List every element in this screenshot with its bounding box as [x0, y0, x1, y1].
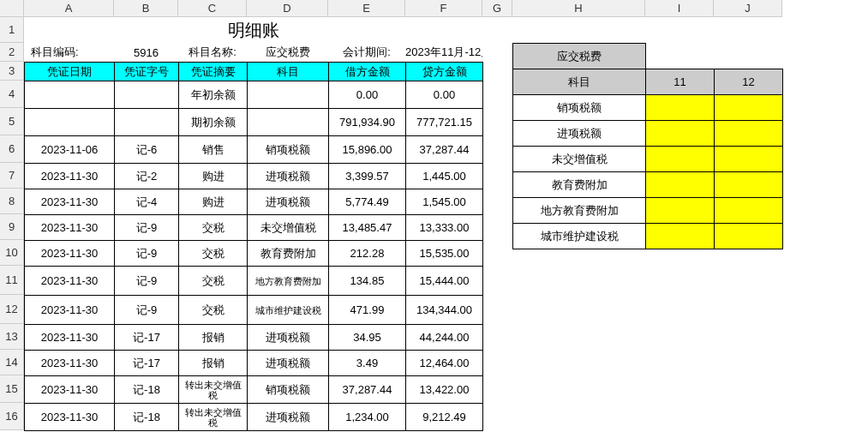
summary-subject-cell[interactable]: 销项税额	[513, 95, 646, 121]
cell-credit[interactable]: 15,444.00	[406, 267, 483, 296]
summary-subject-cell[interactable]: 地方教育费附加	[513, 198, 646, 224]
cell-debit[interactable]: 3.49	[329, 351, 406, 376]
column-header-G[interactable]: G	[482, 0, 512, 17]
row-header-10[interactable]: 10	[0, 240, 24, 266]
cell-date[interactable]: 2023-11-30	[25, 267, 115, 296]
row-header-1[interactable]: 1	[0, 17, 24, 43]
row-header-13[interactable]: 13	[0, 324, 24, 350]
cell-debit[interactable]: 134.85	[329, 267, 406, 296]
cell-date[interactable]: 2023-11-30	[25, 296, 115, 325]
cell-debit[interactable]: 0.00	[329, 81, 406, 109]
cell-subject[interactable]: 未交增值税	[248, 215, 329, 241]
cell-subject[interactable]: 进项税额	[248, 325, 329, 351]
row-header-14[interactable]: 14	[0, 350, 24, 375]
cell-voucher[interactable]	[115, 109, 179, 136]
cell-date[interactable]: 2023-11-30	[25, 189, 115, 215]
ledger-header-cell[interactable]: 凭证日期	[25, 63, 115, 81]
cell-voucher[interactable]: 记-9	[115, 296, 179, 325]
row-header-6[interactable]: 6	[0, 135, 24, 163]
cell-voucher[interactable]: 记-6	[115, 136, 179, 164]
cell-debit[interactable]: 471.99	[329, 296, 406, 325]
cell-debit[interactable]: 791,934.90	[329, 109, 406, 136]
cell-date[interactable]: 2023-11-30	[25, 215, 115, 241]
cell-summary[interactable]: 购进	[179, 189, 248, 215]
column-header-I[interactable]: I	[645, 0, 714, 17]
cell-debit[interactable]: 15,896.00	[329, 136, 406, 164]
cell-credit[interactable]: 13,422.00	[406, 376, 483, 404]
cell-date[interactable]: 2023-11-30	[25, 351, 115, 376]
cell-subject[interactable]: 城市维护建设税	[248, 296, 329, 325]
cell-voucher[interactable]: 记-9	[115, 215, 179, 241]
cell-credit[interactable]: 777,721.15	[406, 109, 483, 136]
cell-subject[interactable]	[248, 109, 329, 136]
row-header-7[interactable]: 7	[0, 163, 24, 189]
cell-credit[interactable]: 37,287.44	[406, 136, 483, 164]
cell-date[interactable]: 2023-11-30	[25, 164, 115, 189]
summary-subject-cell[interactable]: 未交增值税	[513, 147, 646, 172]
cell-summary[interactable]: 销售	[179, 136, 248, 164]
ledger-header-cell[interactable]: 凭证摘要	[179, 63, 248, 81]
ledger-header-cell[interactable]: 凭证字号	[115, 63, 179, 81]
column-header-E[interactable]: E	[328, 0, 405, 17]
cell-credit[interactable]: 15,535.00	[406, 241, 483, 267]
row-header-8[interactable]: 8	[0, 189, 24, 214]
cell-voucher[interactable]: 记-9	[115, 267, 179, 296]
summary-value-cell[interactable]	[646, 172, 715, 198]
row-header-4[interactable]: 4	[0, 81, 24, 108]
ledger-header-cell[interactable]: 贷方金额	[406, 63, 483, 81]
cell-voucher[interactable]: 记-17	[115, 351, 179, 376]
cell-subject[interactable]: 进项税额	[248, 351, 329, 376]
summary-value-cell[interactable]	[715, 95, 783, 121]
row-header-12[interactable]: 12	[0, 295, 24, 324]
cell-voucher[interactable]: 记-18	[115, 376, 179, 404]
summary-value-cell[interactable]	[646, 121, 715, 147]
cell-subject[interactable]: 进项税额	[248, 404, 329, 431]
cell-debit[interactable]: 1,234.00	[329, 404, 406, 431]
cell-subject[interactable]: 销项税额	[248, 136, 329, 164]
cell-summary[interactable]: 交税	[179, 296, 248, 325]
column-header-F[interactable]: F	[405, 0, 482, 17]
cell-credit[interactable]: 44,244.00	[406, 325, 483, 351]
cell-date[interactable]	[25, 81, 115, 109]
row-header-15[interactable]: 15	[0, 375, 24, 403]
row-header-11[interactable]: 11	[0, 266, 24, 295]
row-header-2[interactable]: 2	[0, 43, 24, 62]
summary-value-cell[interactable]	[715, 121, 783, 147]
column-header-H[interactable]: H	[512, 0, 645, 17]
cell-voucher[interactable]: 记-18	[115, 404, 179, 431]
cell-debit[interactable]: 37,287.44	[329, 376, 406, 404]
cell-subject[interactable]	[248, 81, 329, 109]
row-header-16[interactable]: 16	[0, 403, 24, 430]
summary-value-cell[interactable]	[646, 147, 715, 172]
cell-subject[interactable]: 进项税额	[248, 164, 329, 189]
column-header-C[interactable]: C	[178, 0, 247, 17]
cell-subject[interactable]: 地方教育费附加	[248, 267, 329, 296]
cell-voucher[interactable]: 记-2	[115, 164, 179, 189]
select-all-corner[interactable]	[0, 0, 24, 17]
summary-subject-cell[interactable]: 教育费附加	[513, 172, 646, 198]
cell-credit[interactable]: 12,464.00	[406, 351, 483, 376]
cell-credit[interactable]: 0.00	[406, 81, 483, 109]
cell-debit[interactable]: 212.28	[329, 241, 406, 267]
cell-date[interactable]: 2023-11-30	[25, 325, 115, 351]
cell-summary[interactable]: 报销	[179, 325, 248, 351]
cell-summary[interactable]: 交税	[179, 241, 248, 267]
cell-subject[interactable]: 销项税额	[248, 376, 329, 404]
cell-date[interactable]: 2023-11-30	[25, 241, 115, 267]
summary-value-cell[interactable]	[646, 198, 715, 224]
cell-voucher[interactable]	[115, 81, 179, 109]
summary-value-cell[interactable]	[715, 147, 783, 172]
ledger-header-cell[interactable]: 借方金额	[329, 63, 406, 81]
column-header-J[interactable]: J	[714, 0, 782, 17]
cell-summary[interactable]: 购进	[179, 164, 248, 189]
cell-date[interactable]: 2023-11-30	[25, 376, 115, 404]
cell-debit[interactable]: 5,774.49	[329, 189, 406, 215]
cell-summary[interactable]: 报销	[179, 351, 248, 376]
cell-debit[interactable]: 34.95	[329, 325, 406, 351]
summary-value-cell[interactable]	[715, 172, 783, 198]
cell-subject[interactable]: 进项税额	[248, 189, 329, 215]
row-header-5[interactable]: 5	[0, 108, 24, 135]
cell-debit[interactable]: 3,399.57	[329, 164, 406, 189]
summary-value-cell[interactable]	[646, 95, 715, 121]
column-header-A[interactable]: A	[24, 0, 114, 17]
